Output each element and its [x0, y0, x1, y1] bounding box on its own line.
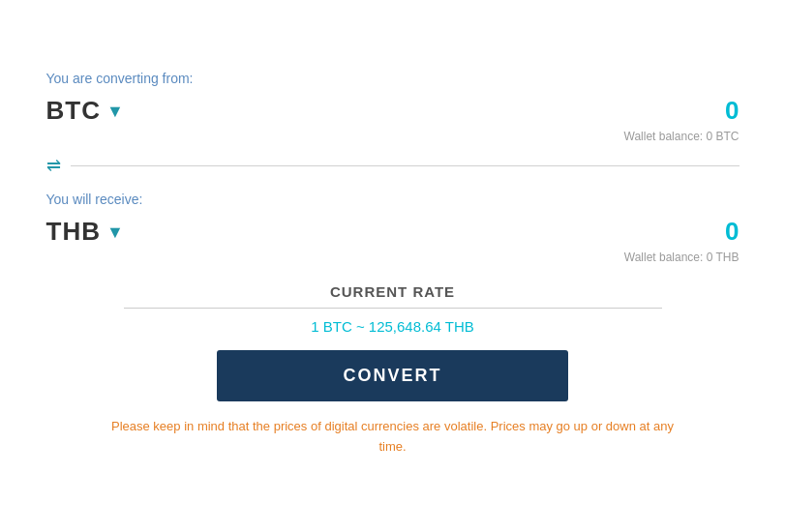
to-dropdown-arrow-icon: ▼: [106, 222, 124, 243]
swap-divider-row: ⇌: [46, 155, 740, 176]
rate-divider: [124, 308, 662, 309]
rate-title: CURRENT RATE: [124, 283, 662, 300]
to-currency-code: THB: [46, 217, 101, 247]
converter-card: You are converting from: BTC ▼ 0 Wallet …: [15, 47, 770, 485]
from-dropdown-arrow-icon: ▼: [106, 102, 124, 122]
to-currency-selector[interactable]: THB ▼: [46, 217, 124, 247]
rate-value: 1 BTC ~ 125,648.64 THB: [124, 318, 662, 335]
from-currency-selector[interactable]: BTC ▼: [46, 96, 124, 126]
to-section: You will receive: THB ▼ 0 Wallet balance…: [46, 192, 740, 264]
disclaimer-text: Please keep in mind that the prices of d…: [46, 417, 740, 458]
from-label: You are converting from:: [46, 71, 740, 86]
to-label: You will receive:: [46, 192, 740, 207]
from-currency-code: BTC: [46, 96, 101, 126]
from-wallet-balance: Wallet balance: 0 BTC: [46, 130, 740, 143]
divider-line: [71, 165, 740, 166]
swap-icon[interactable]: ⇌: [46, 155, 61, 176]
rate-section: CURRENT RATE 1 BTC ~ 125,648.64 THB: [46, 283, 740, 335]
to-wallet-balance: Wallet balance: 0 THB: [46, 251, 740, 264]
to-amount: 0: [725, 217, 739, 247]
convert-button[interactable]: CONVERT: [217, 350, 568, 401]
from-amount: 0: [725, 96, 739, 126]
